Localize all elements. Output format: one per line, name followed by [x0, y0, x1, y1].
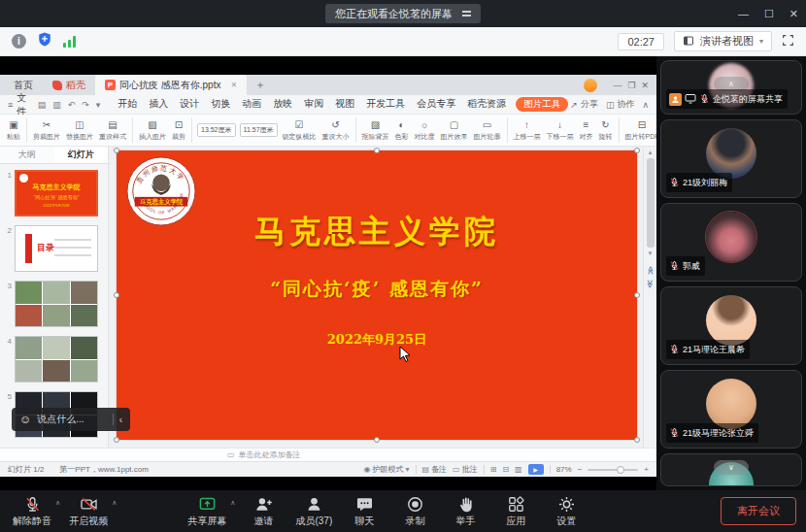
ribbon-tool[interactable]: ⊡裁剪: [169, 119, 188, 142]
slide-thumbnail-1[interactable]: 马克思主义学院“同心抗‘疫’ 感恩有你”2022年9月25日: [15, 170, 98, 216]
participant-tile[interactable]: 21级刘丽梅: [660, 119, 802, 198]
ribbon-tool[interactable]: ▭图片轮廓: [471, 119, 504, 142]
ribbon-tool[interactable]: ↓下移一层: [544, 119, 577, 142]
resize-handle[interactable]: [634, 292, 640, 298]
menubar-action-0[interactable]: ↗分享: [570, 98, 598, 111]
slide-thumbnail-2[interactable]: 目录: [15, 225, 98, 272]
user-avatar[interactable]: [584, 79, 597, 92]
ribbon-tool[interactable]: ▧插入图片: [136, 119, 169, 142]
close-tab-icon[interactable]: ✕: [230, 81, 237, 89]
menu-tab-7[interactable]: 视图: [329, 97, 360, 112]
tab-document[interactable]: P 同心抗疫 感恩有你.pptx ✕: [95, 75, 247, 95]
resize-handle[interactable]: [374, 437, 380, 443]
toolbar-button-invite[interactable]: 邀请: [241, 495, 285, 528]
participant-tile[interactable]: 21马理论王晨希: [660, 286, 802, 365]
toolbar-button-members[interactable]: 成员(37): [291, 495, 336, 528]
new-tab-button[interactable]: ＋: [247, 75, 273, 95]
context-tab-picture-tools[interactable]: 图片工具: [516, 97, 568, 112]
sorter-view-icon[interactable]: ⊟: [502, 465, 509, 474]
menu-tab-6[interactable]: 审阅: [298, 97, 329, 112]
leave-meeting-button[interactable]: 离开会议: [721, 497, 796, 525]
reading-view-icon[interactable]: ▥: [515, 465, 522, 474]
collapse-left-icon[interactable]: ‹: [119, 415, 122, 425]
zoom-slider-knob[interactable]: [617, 466, 624, 474]
quick-icon[interactable]: ▾: [96, 100, 101, 110]
menu-tab-3[interactable]: 切换: [205, 97, 236, 112]
notes-bar[interactable]: ▭ 单击此处添加备注: [0, 448, 656, 461]
previous-slide-icon[interactable]: ≪: [646, 266, 655, 275]
close-button[interactable]: ✕: [789, 8, 798, 20]
chat-quick-input[interactable]: ☺ 说点什么... ‹: [12, 408, 130, 431]
participant-tile-partial[interactable]: ∨: [660, 453, 802, 486]
ribbon-tool[interactable]: ▢图片效果: [438, 119, 471, 142]
resize-handle[interactable]: [114, 437, 119, 443]
next-slide-icon[interactable]: ≪: [646, 280, 655, 288]
menu-tab-10[interactable]: 稻壳资源: [461, 97, 512, 112]
maximize-button[interactable]: ☐: [764, 8, 774, 20]
meeting-info-icon[interactable]: i: [12, 34, 26, 49]
zoom-slider[interactable]: [588, 469, 638, 471]
menu-tab-2[interactable]: 设计: [174, 97, 205, 112]
slide-thumbnail-4[interactable]: [15, 336, 98, 382]
resize-handle[interactable]: [114, 292, 119, 298]
toolbar-button-chat[interactable]: 聊天: [342, 495, 386, 528]
resize-handle[interactable]: [634, 148, 640, 153]
toolbar-button-share-screen[interactable]: 共享屏幕: [185, 495, 229, 528]
chevron-up-icon[interactable]: ∧: [55, 499, 60, 507]
layout-toggle-icon[interactable]: [462, 11, 471, 17]
menu-tab-8[interactable]: 开发工具: [360, 97, 411, 112]
menu-tab-4[interactable]: 动画: [236, 97, 267, 112]
ribbon-tool[interactable]: ☑锁定纵横比: [280, 119, 319, 142]
tab-docer[interactable]: 稻壳: [43, 75, 95, 95]
chevron-up-icon[interactable]: ∧: [112, 499, 117, 507]
comments-button[interactable]: ▭批注: [453, 464, 478, 475]
wps-close-icon[interactable]: ✕: [641, 81, 649, 90]
vertical-scrollbar[interactable]: ▴ ▾ ≪ ≪: [643, 147, 656, 448]
ribbon-tool[interactable]: ◫替换图片: [63, 119, 96, 142]
current-slide[interactable]: 贵州师范大学 马克思主义学院 SCHOOL OF MARXISM 马克思主义学院…: [117, 150, 637, 440]
wps-minimize-icon[interactable]: —: [613, 81, 621, 90]
ribbon-tool[interactable]: ✂剪裁图片: [30, 119, 63, 142]
ribbon-tool[interactable]: ⊟图片转PDF: [622, 119, 656, 142]
chevron-up-icon[interactable]: ∧: [230, 499, 235, 507]
ribbon-tool[interactable]: ↺重设大小: [319, 119, 353, 142]
toolbar-button-settings[interactable]: 设置: [544, 495, 588, 528]
fullscreen-icon[interactable]: [782, 33, 794, 50]
toolbar-button-mic-off[interactable]: 解除静音: [10, 495, 54, 528]
quick-icon[interactable]: ▥: [52, 100, 61, 110]
tab-outline[interactable]: 大纲: [0, 147, 54, 163]
minimize-button[interactable]: —: [738, 8, 749, 19]
zoom-out-icon[interactable]: −: [578, 465, 583, 474]
view-mode-select[interactable]: 演讲者视图 ▾: [674, 31, 772, 51]
expand-tile-button[interactable]: ∨: [714, 460, 749, 475]
ribbon-tool[interactable]: ▤重设样式: [96, 119, 129, 142]
slide-thumbnail-3[interactable]: [15, 281, 98, 327]
resize-handle[interactable]: [114, 148, 119, 153]
collapse-ribbon-icon[interactable]: ∧: [642, 100, 649, 110]
menu-tab-5[interactable]: 放映: [267, 97, 298, 112]
participant-tile-screen-share[interactable]: ∧企悦茗的屏幕共享: [660, 60, 802, 115]
scroll-down-icon[interactable]: ▾: [649, 248, 653, 259]
ribbon-tool[interactable]: ◐色彩: [392, 119, 412, 142]
emoji-icon[interactable]: ☺: [19, 413, 31, 426]
menu-tab-9[interactable]: 会员专享: [411, 97, 461, 112]
resize-handle[interactable]: [374, 148, 380, 153]
quick-icon[interactable]: ↶: [68, 100, 76, 110]
toolbar-button-record[interactable]: 录制: [392, 495, 437, 528]
scroll-up-icon[interactable]: ▴: [649, 147, 653, 158]
quick-icon[interactable]: ▤: [38, 100, 47, 110]
toolbar-button-apps[interactable]: 应用: [493, 495, 538, 528]
menu-tab-1[interactable]: 插入: [143, 97, 174, 112]
ribbon-size-field[interactable]: 11.57厘米: [240, 123, 278, 137]
participant-tile[interactable]: 21级马理论张立舜: [660, 370, 802, 449]
menubar-action-1[interactable]: ◫协作: [606, 98, 635, 111]
tab-slides[interactable]: 幻灯片: [54, 147, 109, 163]
ribbon-tool[interactable]: ▣粘贴: [4, 119, 23, 142]
ribbon-tool[interactable]: ↑上移一层: [511, 119, 544, 142]
ribbon-tool[interactable]: ▨抠除背景: [359, 119, 392, 142]
ribbon-tool[interactable]: ↻旋转: [596, 119, 616, 142]
resize-handle[interactable]: [634, 437, 640, 443]
normal-view-icon[interactable]: ⊞: [490, 465, 497, 474]
toolbar-button-hand[interactable]: 举手: [443, 495, 487, 528]
security-shield-icon[interactable]: [38, 32, 51, 50]
